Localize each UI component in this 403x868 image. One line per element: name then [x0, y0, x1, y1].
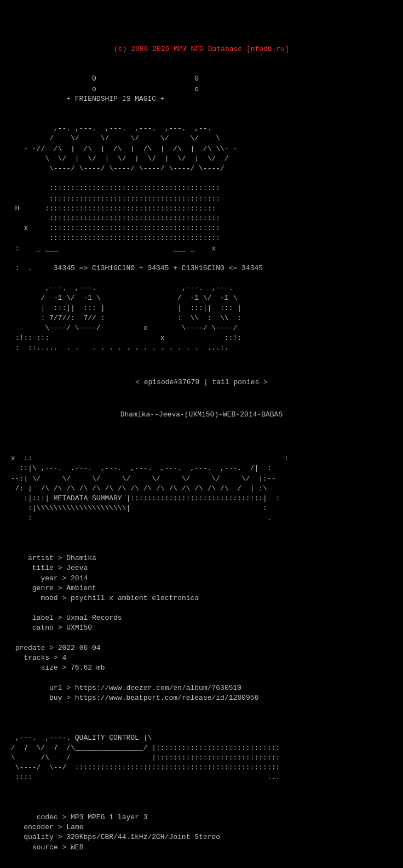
- codec-value: MP3 MPEG 1 layer 3: [71, 813, 147, 821]
- tracks-value: 4: [62, 654, 66, 662]
- artist-row: artist > Dhamika: [19, 554, 96, 562]
- buy-label: buy: [49, 694, 62, 702]
- predate-label: predate: [15, 644, 45, 652]
- copyright-header: (c) 2006-2025 MP3 NFO Database [nfodb.ru…: [7, 44, 396, 54]
- buy-row: buy > https://www.beatport.com/release/i…: [28, 694, 258, 702]
- mood-row: mood > psychill x ambient electronica: [24, 594, 199, 602]
- catno-row: catno > UXM150: [19, 624, 92, 632]
- tracks-row: tracks > 4: [15, 654, 67, 662]
- metadata-block: artist > Dhamika title > Jeeva year > 20…: [7, 544, 396, 703]
- title-label: title: [32, 564, 54, 572]
- quality-label: quality: [24, 833, 54, 841]
- episode-line: < episode#37679 | tail ponies >: [7, 378, 396, 387]
- size-label: size: [41, 664, 57, 672]
- encoder-label: encoder: [24, 823, 54, 831]
- year-value: 2014: [71, 574, 88, 583]
- quality-row: quality > 320Kbps/CBR/44.1kHz/2CH/Joint …: [15, 833, 220, 841]
- source-label: source: [32, 843, 58, 852]
- codec-label: codec: [37, 813, 58, 821]
- size-row: size > 76.62 mb: [24, 664, 105, 672]
- artist-label: artist: [28, 554, 54, 562]
- mood-value: psychill x ambient electronica: [71, 594, 199, 602]
- quality-block: codec > MP3 MPEG 1 layer 3 encoder > Lam…: [7, 803, 396, 853]
- url-label: url: [49, 684, 62, 692]
- label-value: Uxmal Records: [66, 614, 122, 622]
- size-value: 76.62 mb: [71, 664, 105, 672]
- url-row: url > https://www.deezer.com/en/album/76…: [28, 684, 241, 692]
- source-value: WEB: [71, 843, 83, 852]
- genre-value: Ambient: [66, 584, 96, 592]
- genre-label: genre: [32, 584, 54, 592]
- release-name: Dhamika--Jeeva-(UXM150)-WEB-2014-BABAS: [7, 410, 396, 420]
- catno-label: catno: [32, 624, 54, 632]
- buy-value: https://www.beatport.com/release/id/1280…: [75, 694, 258, 702]
- title-row: title > Jeeva: [19, 564, 88, 572]
- title-value: Jeeva: [66, 564, 88, 572]
- label-label: label: [32, 614, 54, 622]
- predate-value: 2022-06-04: [58, 644, 101, 652]
- source-row: source > WEB: [19, 843, 83, 852]
- encoder-value: Lame: [66, 823, 83, 831]
- predate-row: predate > 2022-06-04: [11, 644, 101, 652]
- encoder-row: encoder > Lame: [15, 823, 84, 831]
- artist-value: Dhamika: [66, 554, 96, 562]
- genre-row: genre > Ambient: [19, 584, 96, 592]
- ascii-art-metadata-frame: x :: : ::|\ ,---. ,---. ,---. ,---. ,---…: [7, 444, 396, 524]
- ascii-art-qc-frame: ,---. ,----. QUALITY CONTROL |\ / 7 \/ 7…: [7, 723, 396, 783]
- mood-label: mood: [41, 594, 57, 602]
- tracks-label: tracks: [24, 654, 49, 662]
- ascii-art-top: 0 0 o o + FRIENDSHIP IS MAGIC + ,--. ,--…: [7, 74, 396, 353]
- codec-row: codec > MP3 MPEG 1 layer 3: [19, 813, 147, 821]
- catno-value: UXM150: [66, 624, 92, 632]
- label-row: label > Uxmal Records: [19, 614, 122, 622]
- year-label: year: [41, 574, 57, 583]
- quality-value: 320Kbps/CBR/44.1kHz/2CH/Joint Stereo: [66, 833, 220, 841]
- url-value: https://www.deezer.com/en/album/7630510: [75, 684, 241, 692]
- year-row: year > 2014: [24, 574, 88, 583]
